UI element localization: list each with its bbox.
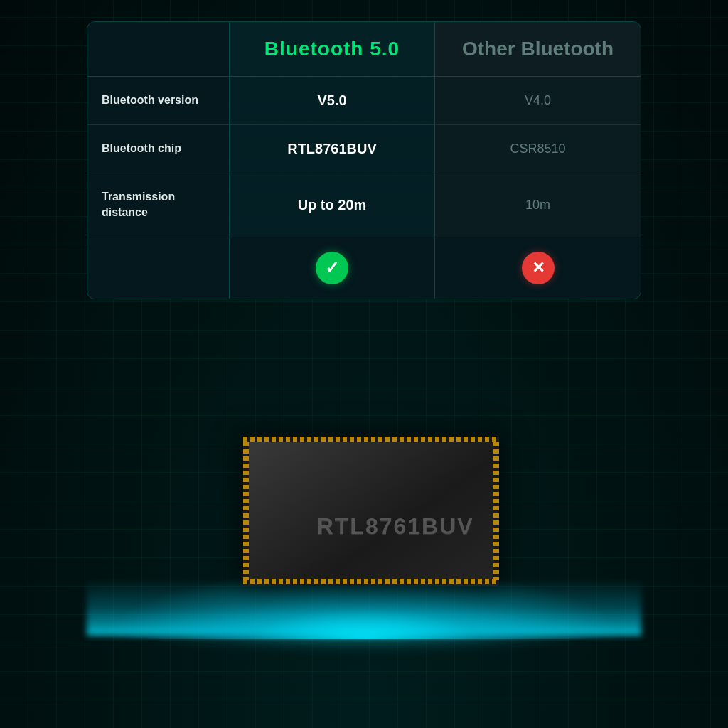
version-bt5-value: V5.0	[317, 92, 346, 109]
table-row-chip: Bluetooth chip RTL8761BUV CSR8510	[87, 125, 641, 173]
chip-pins-left	[243, 442, 249, 580]
distance-bt5-value: Up to 20m	[298, 197, 367, 213]
chip-body: RTL8761BUV	[229, 437, 499, 621]
header-bt5-cell: Bluetooth 5.0	[230, 22, 435, 77]
version-other-value: V4.0	[525, 93, 551, 108]
comparison-table: Bluetooth 5.0 Other Bluetooth Bluetooth …	[87, 21, 641, 299]
row-other-version: V4.0	[435, 77, 641, 124]
header-empty-cell	[87, 22, 230, 77]
chip-label-text: Bluetooth chip	[102, 141, 181, 156]
icon-cell-other: ✕	[435, 237, 641, 299]
checkmark-icon: ✓	[316, 252, 348, 284]
table-icon-row: ✓ ✕	[87, 237, 641, 299]
row-bt5-chip: RTL8761BUV	[230, 125, 435, 173]
chip-section: RTL8761BUV	[0, 330, 728, 728]
row-other-chip: CSR8510	[435, 125, 641, 173]
table-row-distance: Transmission distance Up to 20m 10m	[87, 173, 641, 237]
chip-platform: RTL8761BUV	[144, 394, 584, 664]
chip-pins-right	[493, 442, 499, 580]
icon-empty-cell	[87, 237, 230, 299]
distance-other-value: 10m	[525, 198, 550, 213]
header-other-cell: Other Bluetooth	[435, 22, 641, 77]
chip-bt5-value: RTL8761BUV	[287, 141, 377, 157]
comparison-section: Bluetooth 5.0 Other Bluetooth Bluetooth …	[0, 0, 728, 355]
chip-other-value: CSR8510	[510, 141, 565, 156]
chip-pins-bottom	[243, 579, 499, 584]
table-header-row: Bluetooth 5.0 Other Bluetooth	[87, 22, 641, 77]
version-label-text: Bluetooth version	[102, 92, 198, 108]
bt5-column-header: Bluetooth 5.0	[264, 38, 400, 60]
row-other-distance: 10m	[435, 173, 641, 237]
chip-model-label: RTL8761BUV	[317, 513, 474, 540]
row-label-version: Bluetooth version	[87, 77, 230, 124]
row-label-distance: Transmission distance	[87, 173, 230, 237]
cross-icon: ✕	[522, 252, 555, 284]
icon-cell-bt5: ✓	[230, 237, 435, 299]
row-bt5-distance: Up to 20m	[230, 173, 435, 237]
distance-label-text: Transmission distance	[102, 189, 215, 221]
row-bt5-version: V5.0	[230, 77, 435, 124]
row-label-chip: Bluetooth chip	[87, 125, 230, 173]
other-column-header: Other Bluetooth	[462, 38, 614, 60]
chip-pins-top	[243, 437, 499, 442]
chip-top-surface	[243, 437, 499, 586]
table-row-version: Bluetooth version V5.0 V4.0	[87, 77, 641, 125]
